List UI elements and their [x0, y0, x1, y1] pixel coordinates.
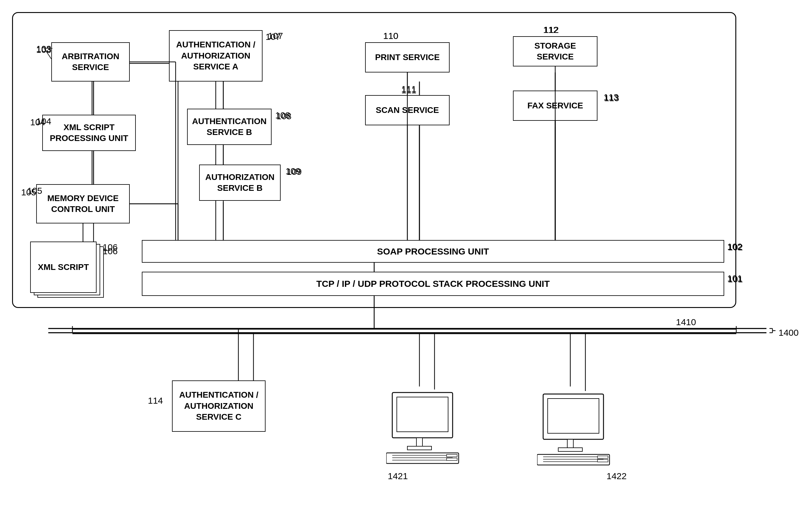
- auth-auth-service-c-label: AUTHENTICATION /AUTHORIZATIONSERVICE C: [179, 389, 258, 423]
- ref-1421: 1421: [388, 471, 408, 481]
- memory-device-control-label: MEMORY DEVICECONTROL UNIT: [47, 193, 119, 215]
- ref-label-110: 110: [383, 31, 398, 41]
- svg-rect-68: [548, 399, 599, 433]
- memory-device-control-box: MEMORY DEVICECONTROL UNIT: [36, 184, 130, 223]
- svg-rect-60: [407, 446, 432, 450]
- ref-label-111: 111: [401, 85, 416, 96]
- scan-service-box: SCAN SERVICE: [365, 95, 450, 125]
- computer-1421: [386, 389, 471, 469]
- authorization-service-b-box: AUTHORIZATIONSERVICE B: [199, 165, 281, 201]
- ref-label-101: 101: [728, 274, 743, 284]
- storage-service-box: STORAGE SERVICE: [513, 36, 598, 66]
- print-service-label: PRINT SERVICE: [375, 52, 440, 63]
- auth-auth-service-a-box: AUTHENTICATION /AUTHORIZATIONSERVICE A: [169, 30, 263, 82]
- auth-auth-service-c-box: AUTHENTICATION /AUTHORIZATIONSERVICE C: [172, 380, 265, 432]
- soap-processing-label: SOAP PROCESSING UNIT: [377, 246, 489, 256]
- xml-script-page-front: XML SCRIPT: [30, 242, 96, 293]
- diagram-container: ARBITRATIONSERVICE 103 XML SCRIPTPROCESS…: [12, 12, 800, 504]
- ref-label-102: 102: [728, 242, 743, 252]
- auth-auth-service-a-label: AUTHENTICATION /AUTHORIZATIONSERVICE A: [176, 39, 255, 72]
- computer-1422: [537, 391, 621, 471]
- ref-label-105: 105: [21, 187, 36, 197]
- svg-rect-75: [598, 456, 608, 458]
- soap-processing-bar: SOAP PROCESSING UNIT: [142, 240, 724, 263]
- ref-label-112: 112: [544, 25, 559, 35]
- storage-service-label: STORAGE SERVICE: [516, 40, 594, 62]
- fax-service-box: FAX SERVICE: [513, 90, 598, 121]
- svg-rect-59: [416, 438, 423, 447]
- xml-script-processing-label: XML SCRIPTPROCESSING UNIT: [50, 122, 128, 144]
- print-service-box: PRINT SERVICE: [365, 42, 450, 73]
- ref-1400: 1400: [779, 328, 799, 338]
- arrow-103: —: [45, 44, 53, 52]
- svg-rect-65: [446, 454, 457, 457]
- ref-1422: 1422: [607, 471, 627, 481]
- authorization-service-b-label: AUTHORIZATIONSERVICE B: [205, 172, 274, 194]
- ref-label-106: 106: [103, 246, 118, 256]
- svg-rect-58: [397, 397, 448, 432]
- arbitration-service-box: ARBITRATIONSERVICE: [51, 42, 130, 82]
- svg-rect-76: [598, 460, 608, 462]
- ref-1410: 1410: [676, 317, 696, 327]
- ref-label-108: 108: [277, 111, 291, 121]
- scan-service-label: SCAN SERVICE: [376, 105, 439, 116]
- svg-rect-70: [558, 448, 582, 452]
- tcp-ip-udp-label: TCP / IP / UDP PROTOCOL STACK PROCESSING…: [316, 279, 549, 289]
- ref-label-113: 113: [604, 93, 619, 103]
- auth-service-b-box: AUTHENTICATIONSERVICE B: [187, 109, 271, 145]
- ref-label-109: 109: [287, 167, 302, 177]
- xml-script-label: XML SCRIPT: [38, 262, 89, 272]
- fax-service-label: FAX SERVICE: [527, 100, 583, 111]
- auth-service-b-label: AUTHENTICATIONSERVICE B: [192, 116, 267, 138]
- ref-label-107: 107: [268, 31, 283, 41]
- svg-rect-69: [567, 439, 573, 449]
- arbitration-service-label: ARBITRATIONSERVICE: [62, 51, 119, 73]
- xml-script-processing-box: XML SCRIPTPROCESSING UNIT: [42, 115, 136, 151]
- ref-114: 114: [148, 396, 163, 406]
- ref-label-104: 104: [30, 117, 45, 128]
- tcp-ip-udp-bar: TCP / IP / UDP PROTOCOL STACK PROCESSING…: [142, 272, 724, 296]
- svg-rect-66: [446, 458, 457, 460]
